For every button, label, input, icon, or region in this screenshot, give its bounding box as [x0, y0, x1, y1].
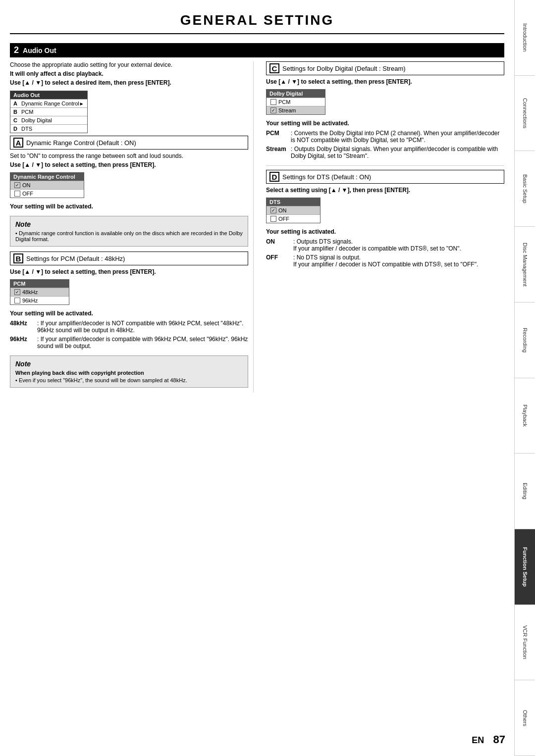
section-c-activated: Your setting will be activated. — [266, 120, 504, 127]
section-d-instruction: Select a setting using [▲ / ▼], then pre… — [266, 187, 504, 194]
section-c-title: C Settings for Dolby Digital (Default : … — [266, 61, 504, 75]
section-a: A Dynamic Range Control (Default : ON) S… — [10, 136, 248, 210]
section-b: B Settings for PCM (Default : 48kHz) Use… — [10, 252, 248, 350]
section-d: D Settings for DTS (Default : ON) Select… — [266, 170, 504, 268]
section-d-title: D Settings for DTS (Default : ON) — [266, 170, 504, 184]
note-a-text: • Dynamic range control function is avai… — [15, 230, 243, 242]
two-column-layout: Choose the appropriate audio setting for… — [10, 61, 504, 393]
dolby-stream-checkbox[interactable] — [270, 107, 276, 113]
note-b-title: Note — [15, 360, 243, 368]
menu-row-b[interactable]: B PCM — [10, 107, 87, 116]
section-a-title: A Dynamic Range Control (Default : ON) — [10, 136, 248, 150]
section-d-label: D — [269, 172, 279, 182]
section-b-activated: Your setting will be activated. — [10, 310, 248, 317]
audio-out-intro: Choose the appropriate audio setting for… — [10, 61, 248, 68]
section-c-label: C — [269, 63, 279, 73]
audio-out-menu-title: Audio Out — [10, 91, 87, 99]
section-c-instruction: Use [▲ / ▼] to select a setting, then pr… — [266, 78, 504, 85]
sidebar-item-recording[interactable]: Recording — [515, 302, 535, 378]
menu-row-a[interactable]: A Dynamic Range Control ► — [10, 99, 87, 107]
dolby-menu: Dolby Digital PCM Stream — [266, 89, 325, 115]
drc-on-checkbox[interactable] — [14, 182, 20, 188]
section-2-header: 2 Audio Out — [10, 43, 504, 57]
def-pcm: PCM : Converts the Dolby Digital into PC… — [266, 130, 504, 144]
section-b-title: B Settings for PCM (Default : 48kHz) — [10, 252, 248, 265]
dts-on-checkbox[interactable] — [270, 207, 276, 213]
right-sidebar: Introduction Connections Basic Setup Dis… — [514, 0, 535, 756]
def-dts-on: ON : Outputs DTS signals. If your amplif… — [266, 238, 504, 252]
sidebar-item-introduction[interactable]: Introduction — [515, 0, 535, 76]
menu-row-c[interactable]: C Dolby Digital — [10, 116, 87, 124]
audio-out-menu: Audio Out A Dynamic Range Control ► B PC… — [10, 91, 88, 133]
note-b-text: • Even if you select "96kHz", the sound … — [15, 377, 243, 383]
section-b-instruction: Use [▲ / ▼] to select a setting, then pr… — [10, 268, 248, 275]
pcm-menu-title: PCM — [10, 280, 69, 288]
section-d-activated: Your setting is activated. — [266, 228, 504, 235]
dolby-pcm-checkbox[interactable] — [270, 99, 276, 105]
note-b: Note When playing back disc with copyrig… — [10, 355, 248, 388]
pcm-96-checkbox[interactable] — [14, 298, 20, 303]
section-c: C Settings for Dolby Digital (Default : … — [266, 61, 504, 159]
page-title: GENERAL SETTING — [10, 5, 504, 34]
note-a: Note • Dynamic range control function is… — [10, 216, 248, 247]
drc-menu: Dynamic Range Control ON OFF — [10, 172, 84, 198]
def-96khz: 96kHz : If your amplifier/decoder is com… — [10, 336, 248, 350]
pcm-row-48[interactable]: 48kHz — [10, 288, 69, 296]
section-a-instruction: Use [▲ / ▼] to select a setting, then pr… — [10, 161, 248, 168]
page-wrapper: Introduction Connections Basic Setup Dis… — [0, 0, 535, 756]
note-a-title: Note — [15, 220, 243, 228]
audio-out-instruction1: Use [▲ / ▼] to select a desired item, th… — [10, 79, 248, 86]
drc-row-off[interactable]: OFF — [10, 189, 84, 198]
note-b-bold: When playing back disc with copyright pr… — [15, 370, 243, 376]
drc-menu-title: Dynamic Range Control — [10, 173, 84, 181]
section-b-label: B — [13, 253, 23, 263]
drc-off-checkbox[interactable] — [14, 191, 20, 197]
dts-menu: DTS ON OFF — [266, 198, 321, 223]
section-a-settext: Set to "ON" to compress the range betwee… — [10, 152, 248, 159]
dolby-menu-title: Dolby Digital — [267, 90, 325, 98]
menu-row-d[interactable]: D DTS — [10, 124, 87, 133]
section-a-activated: Your setting will be activated. — [10, 203, 248, 210]
sidebar-item-connections[interactable]: Connections — [515, 76, 535, 151]
sidebar-item-others[interactable]: Others — [515, 680, 535, 756]
def-dts-off: OFF : No DTS signal is output. If your a… — [266, 254, 504, 268]
dolby-row-pcm[interactable]: PCM — [267, 98, 325, 106]
drc-row-on[interactable]: ON — [10, 181, 84, 189]
dts-off-checkbox[interactable] — [270, 216, 276, 222]
sidebar-item-disc-management[interactable]: Disc Management — [515, 227, 535, 302]
main-content: GENERAL SETTING 2 Audio Out Choose the a… — [0, 0, 514, 403]
right-column: C Settings for Dolby Digital (Default : … — [264, 61, 504, 393]
pcm-menu: PCM 48kHz 96kHz — [10, 279, 69, 305]
sidebar-item-vcr-function[interactable]: VCR Function — [515, 605, 535, 681]
sidebar-item-playback[interactable]: Playback — [515, 378, 535, 454]
sidebar-item-editing[interactable]: Editing — [515, 454, 535, 529]
divider-cd — [266, 165, 504, 166]
sidebar-item-basic-setup[interactable]: Basic Setup — [515, 151, 535, 227]
audio-out-warning: It will only affect a disc playback. — [10, 70, 248, 77]
pcm-48-checkbox[interactable] — [14, 289, 20, 295]
dts-row-on[interactable]: ON — [267, 206, 320, 214]
dolby-row-stream[interactable]: Stream — [267, 106, 325, 114]
left-column: Choose the appropriate audio setting for… — [10, 61, 254, 393]
sidebar-item-function-setup[interactable]: Function Setup — [515, 529, 535, 605]
dts-menu-title: DTS — [267, 198, 320, 206]
def-stream: Stream : Outputs Dolby Digital signals. … — [266, 146, 504, 159]
section-a-label: A — [13, 138, 23, 148]
dts-row-off[interactable]: OFF — [267, 214, 320, 223]
pcm-row-96[interactable]: 96kHz — [10, 296, 69, 304]
page-footer: EN 87 — [472, 733, 505, 746]
def-48khz: 48kHz : If your amplifier/decoder is NOT… — [10, 320, 248, 334]
